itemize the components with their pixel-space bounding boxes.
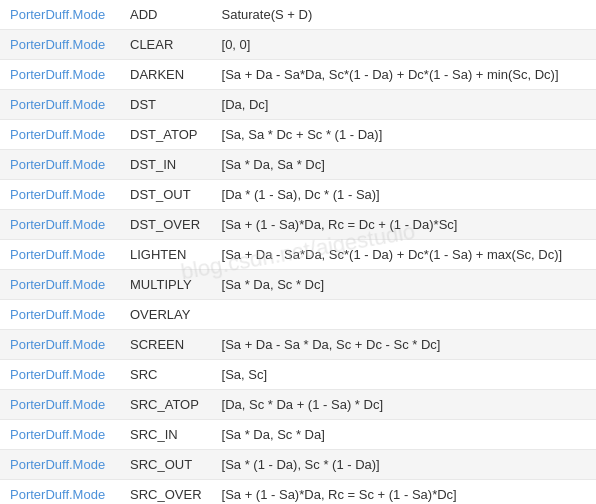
mode-name: LIGHTEN	[120, 240, 212, 270]
class-name: PorterDuff.Mode	[0, 360, 120, 390]
formula: [Da, Dc]	[212, 90, 596, 120]
formula: [Da, Sc * Da + (1 - Sa) * Dc]	[212, 390, 596, 420]
mode-name: SRC_OVER	[120, 480, 212, 505]
table-row: PorterDuff.ModeDST_ATOP[Sa, Sa * Dc + Sc…	[0, 120, 596, 150]
mode-name: ADD	[120, 0, 212, 30]
formula: [Sa + Da - Sa * Da, Sc + Dc - Sc * Dc]	[212, 330, 596, 360]
formula: [Sa + (1 - Sa)*Da, Rc = Sc + (1 - Sa)*Dc…	[212, 480, 596, 505]
class-name: PorterDuff.Mode	[0, 420, 120, 450]
class-name: PorterDuff.Mode	[0, 270, 120, 300]
table-row: PorterDuff.ModeDST_OVER[Sa + (1 - Sa)*Da…	[0, 210, 596, 240]
formula: [Da * (1 - Sa), Dc * (1 - Sa)]	[212, 180, 596, 210]
table-row: PorterDuff.ModeLIGHTEN[Sa + Da - Sa*Da, …	[0, 240, 596, 270]
table-row: PorterDuff.ModeDARKEN[Sa + Da - Sa*Da, S…	[0, 60, 596, 90]
formula: [Sa * Da, Sc * Da]	[212, 420, 596, 450]
table-row: PorterDuff.ModeOVERLAY	[0, 300, 596, 330]
formula: [Sa + Da - Sa*Da, Sc*(1 - Da) + Dc*(1 - …	[212, 240, 596, 270]
table-row: PorterDuff.ModeSRC_IN[Sa * Da, Sc * Da]	[0, 420, 596, 450]
table-row: PorterDuff.ModeCLEAR[0, 0]	[0, 30, 596, 60]
class-name: PorterDuff.Mode	[0, 240, 120, 270]
table-row: PorterDuff.ModeADDSaturate(S + D)	[0, 0, 596, 30]
mode-name: DST_OUT	[120, 180, 212, 210]
mode-name: SCREEN	[120, 330, 212, 360]
mode-name: SRC_ATOP	[120, 390, 212, 420]
class-name: PorterDuff.Mode	[0, 330, 120, 360]
mode-name: DST_ATOP	[120, 120, 212, 150]
class-name: PorterDuff.Mode	[0, 300, 120, 330]
class-name: PorterDuff.Mode	[0, 480, 120, 505]
class-name: PorterDuff.Mode	[0, 180, 120, 210]
mode-name: MULTIPLY	[120, 270, 212, 300]
class-name: PorterDuff.Mode	[0, 60, 120, 90]
formula: Saturate(S + D)	[212, 0, 596, 30]
formula: [Sa * Da, Sa * Dc]	[212, 150, 596, 180]
class-name: PorterDuff.Mode	[0, 150, 120, 180]
table-row: PorterDuff.ModeSRC_OVER[Sa + (1 - Sa)*Da…	[0, 480, 596, 505]
table-row: PorterDuff.ModeSRC_OUT[Sa * (1 - Da), Sc…	[0, 450, 596, 480]
table-row: PorterDuff.ModeDST[Da, Dc]	[0, 90, 596, 120]
class-name: PorterDuff.Mode	[0, 30, 120, 60]
mode-name: DST_OVER	[120, 210, 212, 240]
table-row: PorterDuff.ModeSCREEN[Sa + Da - Sa * Da,…	[0, 330, 596, 360]
porter-duff-table: PorterDuff.ModeADDSaturate(S + D)PorterD…	[0, 0, 596, 504]
class-name: PorterDuff.Mode	[0, 120, 120, 150]
formula: [Sa, Sa * Dc + Sc * (1 - Da)]	[212, 120, 596, 150]
formula: [Sa, Sc]	[212, 360, 596, 390]
mode-name: SRC	[120, 360, 212, 390]
table-row: PorterDuff.ModeDST_OUT[Da * (1 - Sa), Dc…	[0, 180, 596, 210]
class-name: PorterDuff.Mode	[0, 210, 120, 240]
formula: [Sa + Da - Sa*Da, Sc*(1 - Da) + Dc*(1 - …	[212, 60, 596, 90]
formula	[212, 300, 596, 330]
mode-name: CLEAR	[120, 30, 212, 60]
mode-name: DST	[120, 90, 212, 120]
formula: [0, 0]	[212, 30, 596, 60]
mode-name: SRC_IN	[120, 420, 212, 450]
formula: [Sa + (1 - Sa)*Da, Rc = Dc + (1 - Da)*Sc…	[212, 210, 596, 240]
table-row: PorterDuff.ModeMULTIPLY[Sa * Da, Sc * Dc…	[0, 270, 596, 300]
mode-name: DST_IN	[120, 150, 212, 180]
mode-name: OVERLAY	[120, 300, 212, 330]
formula: [Sa * Da, Sc * Dc]	[212, 270, 596, 300]
mode-name: SRC_OUT	[120, 450, 212, 480]
table-row: PorterDuff.ModeSRC_ATOP[Da, Sc * Da + (1…	[0, 390, 596, 420]
formula: [Sa * (1 - Da), Sc * (1 - Da)]	[212, 450, 596, 480]
class-name: PorterDuff.Mode	[0, 390, 120, 420]
table-row: PorterDuff.ModeDST_IN[Sa * Da, Sa * Dc]	[0, 150, 596, 180]
mode-name: DARKEN	[120, 60, 212, 90]
class-name: PorterDuff.Mode	[0, 450, 120, 480]
table-row: PorterDuff.ModeSRC[Sa, Sc]	[0, 360, 596, 390]
class-name: PorterDuff.Mode	[0, 90, 120, 120]
class-name: PorterDuff.Mode	[0, 0, 120, 30]
